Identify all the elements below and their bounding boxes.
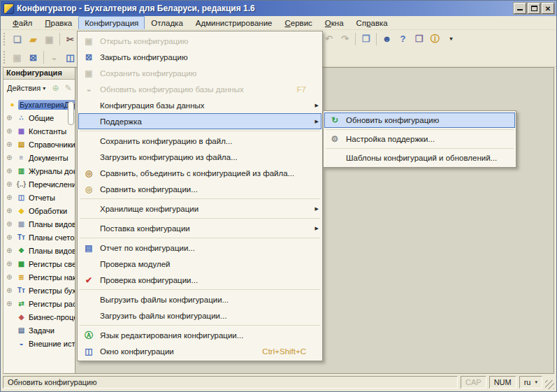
menu-item-support[interactable]: Поддержка ▶	[78, 113, 321, 129]
open-file-button[interactable]: ▰	[25, 32, 41, 47]
menu-item-load-config-from-file[interactable]: Загрузить конфигурацию из файла... ▶	[78, 149, 321, 165]
tree-expander-icon[interactable]	[6, 287, 15, 294]
help-search-button[interactable]: ?	[395, 31, 411, 46]
menu-help[interactable]: Справка	[350, 16, 394, 29]
language-selector[interactable]: ru ▾	[519, 376, 542, 389]
tree-item-document-journals[interactable]: ▥ Журналы документов	[3, 164, 75, 177]
copy-windows-button[interactable]: ❐	[358, 31, 374, 46]
close-configuration-toolbar-button[interactable]: ⊠	[25, 50, 41, 65]
open-configuration-toolbar-button[interactable]: ▣	[9, 50, 25, 65]
tree-item-external-sources[interactable]: ◒ Внешние источники данных	[3, 337, 75, 350]
help-contents-button[interactable]: ❒	[411, 31, 427, 46]
tree-expander-icon[interactable]	[6, 128, 15, 135]
menu-item-compare-merge-config[interactable]: ◎ Сравнить, объединить с конфигурацией и…	[78, 165, 321, 181]
undo-button[interactable]: ↶	[321, 31, 337, 46]
tree-item-root[interactable]: ● БухгалтерияДля	[3, 98, 75, 111]
tree-item-accounting-registers[interactable]: Тт Регистры бухгалтерии	[3, 284, 75, 297]
menu-item-edit-language[interactable]: Ⓐ Язык редактирования конфигурации... ▶	[78, 327, 321, 343]
tree-item-constants[interactable]: ▦ Константы	[3, 124, 75, 138]
menu-item-dump-config-files[interactable]: Выгрузить файлы конфигурации... ▶	[78, 291, 321, 307]
tree-item-catalogs[interactable]: ▤ Справочники	[3, 138, 75, 151]
menu-item-check-config[interactable]: ✔ Проверка конфигурации... ▶	[78, 272, 321, 288]
tree-expander-icon[interactable]	[6, 115, 15, 122]
tree-expander-icon[interactable]	[6, 154, 15, 161]
menu-item-config-delivery[interactable]: Поставка конфигурации ▶	[78, 220, 321, 236]
tree-item-calc-registers[interactable]: ⇄ Регистры расчета	[3, 297, 75, 310]
actions-button[interactable]: Действия ▾	[5, 82, 48, 94]
tree-expander-icon[interactable]	[6, 221, 15, 228]
menu-item-compare-configs[interactable]: ◎ Сравнить конфигурации... ▶	[78, 181, 321, 197]
tree-item-label: Обработки	[27, 207, 67, 215]
tree-expander-icon[interactable]	[6, 181, 15, 188]
toolbar-grip[interactable]	[3, 33, 7, 45]
menu-item-load-config-files[interactable]: Загрузить файлы конфигурации... ▶	[78, 307, 321, 324]
configuration-window-toolbar-button[interactable]: ◫	[62, 50, 78, 65]
menu-administration[interactable]: Администрирование	[189, 16, 279, 29]
menu-item-config-window[interactable]: ◫ Окно конфигурации Ctrl+Shift+C ▶	[78, 343, 321, 359]
tree-item-business-processes[interactable]: ◈ Бизнес-процессы	[3, 310, 75, 324]
tree-item-label: Константы	[27, 127, 66, 136]
save-button[interactable]: ▣	[41, 32, 57, 47]
tree-expander-icon[interactable]	[6, 234, 15, 241]
menu-item-db-configuration[interactable]: Конфигурация базы данных ▶	[78, 97, 321, 113]
maximize-button[interactable]	[528, 3, 540, 14]
redo-button[interactable]: ↷	[337, 31, 353, 46]
tree-expander-icon[interactable]	[6, 274, 15, 281]
menu-item-close-configuration[interactable]: ⊠ Закрыть конфигурацию ▶	[78, 49, 321, 65]
tree-item-documents[interactable]: ≡ Документы	[3, 151, 75, 164]
toolbar-more-button[interactable]: ▾	[443, 31, 459, 46]
toolbar-grip[interactable]	[3, 51, 7, 64]
menu-item-update-db-configuration[interactable]: ◒ Обновить конфигурацию базы данных F7 ▶	[78, 81, 321, 97]
chevron-down-icon: ▾	[535, 379, 537, 385]
close-button[interactable]: ✕	[542, 3, 554, 14]
tree-item-chart-of-accounts[interactable]: Тт Планы счетов	[3, 231, 75, 244]
menu-item-config-repository[interactable]: Хранилище конфигурации ▶	[78, 201, 321, 217]
save-icon: ▣	[45, 35, 53, 44]
tree-expander-icon[interactable]	[6, 300, 15, 307]
tree-item-calc-type-plans[interactable]: ❖ Планы видов расчета	[3, 244, 75, 257]
tree-item-common[interactable]: ∴ Общие	[3, 111, 75, 124]
submenu-item-update-configuration[interactable]: ↻ Обновить конфигурацию ▶	[324, 112, 515, 128]
about-button[interactable]: ⓘ	[427, 31, 443, 46]
new-document-button[interactable]: ❏	[9, 32, 25, 47]
menu-item-config-report[interactable]: ▤ Отчет по конфигурации... ▶	[78, 240, 321, 256]
tree-item-enums[interactable]: {..} Перечисления	[3, 177, 75, 191]
tree-item-info-registers[interactable]: ▦ Регистры сведений	[3, 257, 75, 270]
cut-icon: ✂	[66, 35, 74, 44]
cut-button[interactable]: ✂	[62, 32, 78, 47]
tree-item-tasks[interactable]: ▤ Задачи	[3, 324, 75, 337]
menu-separator	[80, 131, 320, 131]
tree-expander-icon[interactable]	[6, 168, 15, 175]
app-icon[interactable]	[3, 3, 14, 14]
tree-expander-icon[interactable]	[6, 194, 15, 201]
tree-expander-icon[interactable]	[6, 261, 15, 268]
tree-expander-icon[interactable]	[6, 141, 15, 148]
tree-expander-icon[interactable]	[6, 247, 15, 254]
tree-item-accum-registers[interactable]: ≣ Регистры накопления	[3, 270, 75, 284]
actions-edit-icon[interactable]: ✎	[64, 83, 73, 93]
submenu-item-support-settings[interactable]: ⚙ Настройка поддержки... ▶	[324, 131, 515, 147]
menu-item-open-configuration[interactable]: ▣ Открыть конфигурацию ▶	[78, 33, 321, 49]
syntax-check-button[interactable]: ☻	[379, 31, 395, 46]
submenu-arrow-icon: ▶	[312, 226, 319, 231]
update-db-configuration-toolbar-button[interactable]: ◒	[46, 50, 62, 65]
menu-debug[interactable]: Отладка	[145, 16, 189, 29]
menu-item-check-modules[interactable]: Проверка модулей ▶	[78, 256, 321, 272]
tree-expander-icon[interactable]	[6, 208, 15, 215]
menu-windows[interactable]: Окна	[319, 16, 350, 29]
actions-add-icon[interactable]: ⊕	[50, 83, 60, 93]
submenu-item-config-templates[interactable]: Шаблоны конфигураций и обновлений... ▶	[324, 150, 515, 166]
tree-scrollbar-thumb[interactable]	[68, 101, 74, 125]
menu-item-save-config-to-file[interactable]: Сохранить конфигурацию в файл... ▶	[78, 133, 321, 149]
tree-item-data-processors[interactable]: ◆ Обработки	[3, 204, 75, 217]
menu-item-save-configuration[interactable]: ▣ Сохранить конфигурацию ▶	[78, 65, 321, 81]
resize-grip[interactable]	[545, 380, 554, 389]
menu-service[interactable]: Сервис	[278, 16, 318, 29]
menu-edit[interactable]: Правка	[38, 16, 78, 29]
tree-item-reports[interactable]: ◫ Отчеты	[3, 191, 75, 204]
menu-file[interactable]: Файл	[6, 16, 38, 29]
minimize-button[interactable]	[514, 3, 526, 14]
menu-configuration[interactable]: Конфигурация	[78, 16, 145, 29]
submenu-arrow-icon: ▶	[312, 119, 319, 124]
tree-item-char-type-plans[interactable]: ▦ Планы видов характеристик	[3, 217, 75, 231]
